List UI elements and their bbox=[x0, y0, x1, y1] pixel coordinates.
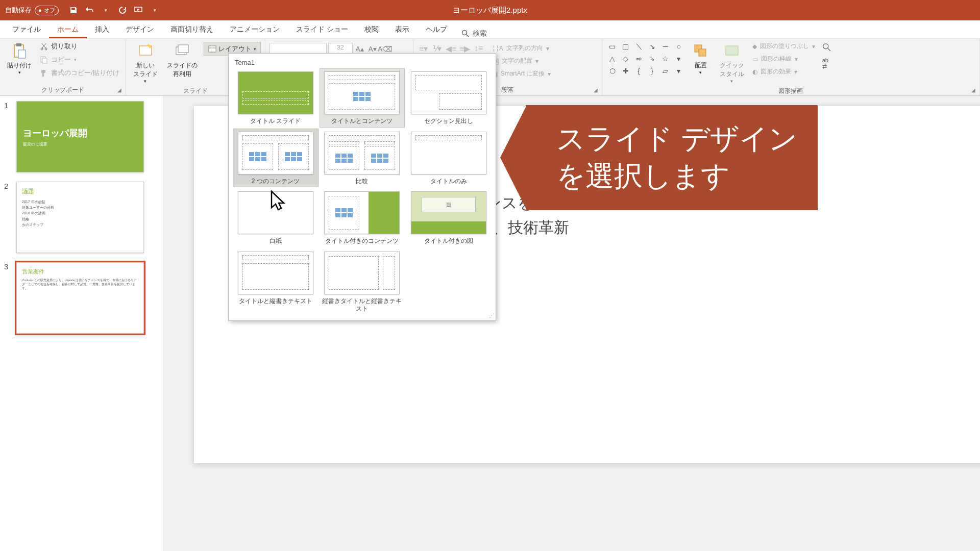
slide-thumbnail-1[interactable]: ヨーロッパ展開 販売のご提案 bbox=[16, 101, 144, 172]
layout-option-title-vert-text[interactable]: タイトルと縦書きテキスト bbox=[233, 248, 318, 315]
format-painter-icon bbox=[40, 69, 48, 77]
instruction-callout: スライド デザイン を選択します bbox=[526, 105, 818, 210]
ribbon-tabs: ファイル ホーム 挿入 デザイン 画面切り替え アニメーション スライド ショー… bbox=[0, 20, 980, 39]
tab-animations[interactable]: アニメーション bbox=[222, 21, 288, 38]
layout-option-comparison[interactable]: 比較 bbox=[320, 129, 405, 188]
new-slide-button[interactable]: 新しい スライド▾ bbox=[130, 41, 161, 86]
tab-slideshow[interactable]: スライド ショー bbox=[288, 21, 356, 38]
undo-icon[interactable] bbox=[85, 6, 94, 15]
tab-insert[interactable]: 挿入 bbox=[87, 21, 117, 38]
text-align-button[interactable]: [≡] 文字の配置 ▾ bbox=[490, 56, 553, 66]
shape-outline-button[interactable]: ▭ 図形の枠線 ▾ bbox=[750, 54, 817, 64]
paragraph-dialog-launcher[interactable]: ◢ bbox=[594, 87, 601, 94]
svg-rect-16 bbox=[699, 49, 706, 56]
layout-option-section-header[interactable]: セクション見出し bbox=[406, 68, 492, 128]
layout-option-blank[interactable]: 白紙 bbox=[233, 188, 318, 247]
arrange-icon bbox=[693, 43, 709, 59]
shape-arr-r-icon[interactable]: ⇨ bbox=[633, 53, 645, 64]
slide-number: 1 bbox=[4, 101, 12, 172]
svg-line-2 bbox=[466, 35, 469, 37]
bullets-button[interactable]: ≡▾ bbox=[418, 43, 430, 54]
tab-file[interactable]: ファイル bbox=[4, 21, 49, 38]
layout-option-two-content[interactable]: 2 つのコンテンツ bbox=[233, 129, 318, 188]
layout-option-picture-caption[interactable]: 🖼 タイトル付きの図 bbox=[406, 188, 492, 247]
tab-transitions[interactable]: 画面切り替え bbox=[162, 21, 222, 38]
copy-button[interactable]: コピー ▾ bbox=[38, 54, 121, 65]
find-button[interactable] bbox=[822, 43, 831, 54]
tab-design[interactable]: デザイン bbox=[117, 21, 162, 38]
replace-button[interactable]: ab⇄ bbox=[822, 57, 831, 70]
quick-access-toolbar: ▾ ▾ bbox=[64, 6, 165, 15]
shape-tri-icon[interactable]: △ bbox=[606, 53, 619, 64]
present-icon[interactable] bbox=[134, 6, 143, 15]
arrange-button[interactable]: 配置▾ bbox=[688, 41, 714, 77]
resize-grip-icon[interactable]: ⋰ bbox=[489, 313, 495, 319]
slide-thumbnail-panel[interactable]: 1 ヨーロッパ展開 販売のご提案 2 議題 2017 年の総括 対象ユーザーの分… bbox=[0, 96, 163, 551]
undo-dropdown-icon[interactable]: ▾ bbox=[102, 6, 111, 15]
cut-icon bbox=[40, 42, 48, 51]
redo-icon[interactable] bbox=[118, 6, 127, 15]
drawing-dialog-launcher[interactable]: ◢ bbox=[971, 87, 978, 94]
search-icon bbox=[461, 30, 470, 38]
tab-help[interactable]: ヘルプ bbox=[418, 21, 455, 38]
svg-line-19 bbox=[827, 48, 830, 51]
group-label-drawing: 図形描画 bbox=[606, 86, 975, 95]
layout-option-vert-title-text[interactable]: 縦書きタイトルと縦書きテキスト bbox=[320, 248, 405, 315]
shape-diam-icon[interactable]: ◇ bbox=[620, 53, 632, 64]
smartart-button[interactable]: ▣ SmartArt に変換 ▾ bbox=[490, 68, 553, 79]
format-painter-button[interactable]: 書式のコピー/貼り付け bbox=[38, 67, 121, 79]
shape-plus-icon[interactable]: ✚ bbox=[620, 65, 632, 77]
shape-callout-icon[interactable]: ▱ bbox=[659, 65, 672, 77]
shape-brace-r-icon[interactable]: } bbox=[646, 65, 658, 77]
shape-more-icon[interactable]: ▾ bbox=[673, 53, 685, 64]
copy-icon bbox=[40, 56, 48, 64]
shape-line2-icon[interactable]: ─ bbox=[659, 41, 672, 52]
svg-point-18 bbox=[823, 44, 828, 49]
shape-arrow-icon[interactable]: ↘ bbox=[646, 41, 658, 52]
shape-effects-button[interactable]: ◐ 図形の効果 ▾ bbox=[750, 66, 817, 77]
shape-expand-icon[interactable]: ▾ bbox=[673, 65, 685, 77]
qat-more-icon[interactable]: ▾ bbox=[151, 6, 160, 15]
autosave-state: ● オフ bbox=[35, 6, 59, 15]
shape-brace-l-icon[interactable]: { bbox=[633, 65, 645, 77]
svg-rect-5 bbox=[18, 50, 26, 58]
reuse-slides-icon bbox=[174, 43, 190, 59]
layout-option-title-slide[interactable]: タイトル スライド bbox=[233, 68, 318, 128]
tab-review[interactable]: 校閲 bbox=[356, 21, 387, 38]
layout-icon bbox=[208, 45, 216, 53]
search-box[interactable]: 検索 bbox=[455, 29, 493, 38]
shape-line-icon[interactable]: ＼ bbox=[633, 41, 645, 52]
paste-icon bbox=[11, 43, 28, 59]
layout-option-content-caption[interactable]: タイトル付きのコンテンツ bbox=[320, 188, 405, 247]
text-direction-button[interactable]: ╎╎A 文字列の方向 ▾ bbox=[490, 43, 553, 54]
paste-button[interactable]: 貼り付け▾ bbox=[4, 41, 35, 77]
clipboard-dialog-launcher[interactable]: ◢ bbox=[117, 87, 125, 94]
tab-view[interactable]: 表示 bbox=[387, 21, 418, 38]
slide-number: 3 bbox=[4, 262, 12, 334]
autosave-toggle[interactable]: 自動保存 ● オフ bbox=[0, 6, 64, 15]
slide-thumbnail-3[interactable]: 営業案件 Contoso との販売提携により、Litware は強力なチャンスを… bbox=[16, 262, 144, 334]
new-slide-icon bbox=[137, 43, 154, 59]
reuse-slides-button[interactable]: スライドの 再利用 bbox=[164, 41, 201, 81]
layout-option-title-only[interactable]: タイトルのみ bbox=[406, 129, 492, 188]
svg-rect-4 bbox=[16, 43, 21, 46]
numbering-button[interactable]: ⅟▾ bbox=[431, 43, 444, 54]
group-drawing: ▭ ▢ ＼ ↘ ─ ○ △ ◇ ⇨ ↳ ☆ ▾ ⬡ ✚ { } ▱ ▾ bbox=[602, 39, 980, 95]
indent-button[interactable]: ≡▶ bbox=[459, 43, 471, 54]
cut-button[interactable]: 切り取り bbox=[38, 41, 121, 52]
shape-hex-icon[interactable]: ⬡ bbox=[606, 65, 619, 77]
shapes-gallery[interactable]: ▭ ▢ ＼ ↘ ─ ○ △ ◇ ⇨ ↳ ☆ ▾ ⬡ ✚ { } ▱ ▾ bbox=[606, 41, 685, 77]
shape-star-icon[interactable]: ☆ bbox=[659, 53, 672, 64]
shape-rect-icon[interactable]: ▭ bbox=[606, 41, 619, 52]
shape-oval-icon[interactable]: ○ bbox=[673, 41, 685, 52]
quick-styles-button[interactable]: クイック スタイル▾ bbox=[717, 41, 747, 86]
slide-thumbnail-2[interactable]: 議題 2017 年の総括 対象ユーザーの分析 2018 年の計画 戦略 次のステ… bbox=[16, 182, 144, 253]
tab-home[interactable]: ホーム bbox=[49, 21, 87, 38]
shape-elbow-icon[interactable]: ↳ bbox=[646, 53, 658, 64]
line-spacing-button[interactable]: ↕≡ bbox=[473, 43, 485, 54]
shape-rrect-icon[interactable]: ▢ bbox=[620, 41, 632, 52]
shape-fill-button[interactable]: ◆ 図形の塗りつぶし ▾ bbox=[750, 41, 817, 52]
outdent-button[interactable]: ◀≡ bbox=[445, 43, 457, 54]
save-icon[interactable] bbox=[69, 6, 78, 15]
layout-option-title-content[interactable]: タイトルとコンテンツ bbox=[320, 68, 405, 128]
